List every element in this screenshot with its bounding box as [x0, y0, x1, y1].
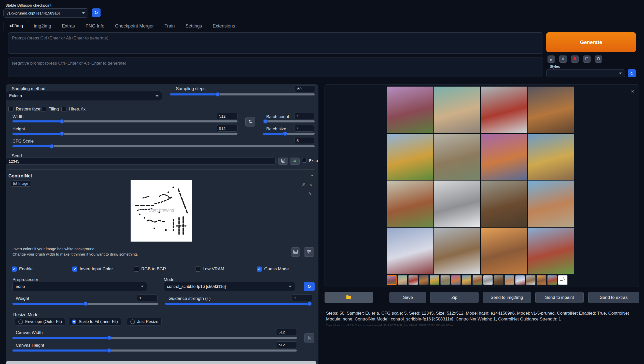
radio-circle[interactable]	[130, 319, 135, 324]
checkbox-box[interactable]	[12, 267, 17, 272]
save-button[interactable]: Save	[389, 292, 426, 303]
controlnet-model-refresh-button[interactable]: ↻	[304, 282, 315, 291]
restore-faces-checkbox[interactable]: Restore faces	[8, 107, 43, 112]
tab-checkpoint-merger[interactable]: Checkpoint Merger	[110, 21, 159, 31]
send-to-inpaint-button[interactable]: Send to inpaint	[535, 292, 584, 303]
controlnet-enable-checkbox[interactable]: Enable	[12, 267, 33, 272]
sampling-steps-slider[interactable]	[170, 93, 315, 95]
canvas-height-slider[interactable]	[12, 349, 297, 352]
gallery-thumbnail[interactable]	[537, 275, 546, 285]
controlnet-weight-input[interactable]	[137, 295, 158, 301]
cfg-scale-input[interactable]	[294, 137, 314, 144]
generate-button[interactable]: Generate	[546, 32, 636, 52]
tab-txt2img[interactable]: txt2img	[4, 21, 28, 31]
tab-extras[interactable]: Extras	[57, 21, 80, 31]
send-to-img2img-button[interactable]: Send to img2img	[483, 292, 531, 303]
gallery-thumbnail[interactable]	[451, 275, 461, 285]
new-canvas-button[interactable]	[291, 247, 300, 257]
gallery-thumbnail[interactable]	[408, 275, 418, 285]
canvas-width-slider[interactable]	[12, 337, 297, 339]
tab-settings[interactable]: Settings	[181, 21, 207, 31]
canvas-brush-button[interactable]: ✎	[307, 190, 313, 197]
gallery-thumbnail-controlnet-map[interactable]	[558, 275, 568, 285]
swap-canvas-dims-button[interactable]: ⇅	[304, 333, 314, 343]
hires-fix-checkbox[interactable]: Hires. fix	[61, 107, 86, 112]
tab-extensions[interactable]: Extensions	[208, 21, 240, 31]
gallery-image[interactable]	[434, 228, 481, 274]
width-input[interactable]	[217, 113, 237, 119]
controlnet-low-vram-checkbox[interactable]: Low VRAM	[195, 267, 224, 272]
slider-handle[interactable]	[216, 92, 220, 97]
controlnet-rgb-bgr-checkbox[interactable]: RGB to BGR	[134, 267, 166, 272]
checkpoint-refresh-button[interactable]: ↻	[92, 8, 101, 17]
gallery-image[interactable]	[387, 134, 433, 180]
controlnet-weight-slider[interactable]	[12, 303, 158, 305]
batch-count-slider[interactable]	[263, 120, 315, 122]
gallery-thumbnail[interactable]	[494, 275, 503, 285]
gallery-thumbnail[interactable]	[505, 275, 514, 285]
brush-settings-button[interactable]	[304, 247, 314, 257]
slider-handle[interactable]	[60, 119, 64, 124]
random-seed-button[interactable]	[278, 158, 288, 165]
gallery-image[interactable]	[481, 180, 527, 227]
next-section-scrollbar[interactable]	[6, 361, 316, 364]
slider-handle[interactable]	[83, 302, 88, 306]
slider-handle[interactable]	[50, 144, 54, 149]
swap-width-height-button[interactable]: ⇅	[245, 117, 255, 127]
gallery-thumbnail[interactable]	[387, 275, 397, 285]
height-slider[interactable]	[12, 133, 237, 135]
slider-handle[interactable]	[283, 132, 287, 136]
prompt-input[interactable]	[8, 32, 543, 54]
radio-circle[interactable]	[72, 319, 76, 324]
gallery-image[interactable]	[434, 180, 481, 227]
controlnet-drawing-canvas[interactable]: Start drawing	[131, 180, 192, 242]
slider-handle[interactable]	[263, 119, 268, 124]
gallery-thumbnail[interactable]	[419, 275, 429, 285]
gallery-image[interactable]	[528, 87, 575, 133]
radio-circle[interactable]	[18, 319, 23, 324]
gallery-image[interactable]	[387, 228, 433, 274]
send-to-extras-button[interactable]: Send to extras	[588, 292, 639, 303]
checkbox-box[interactable]	[257, 267, 262, 272]
clear-styles-button[interactable]	[571, 55, 579, 63]
gallery-thumbnail[interactable]	[515, 275, 525, 285]
gallery-thumbnail[interactable]	[462, 275, 471, 285]
slider-handle[interactable]	[307, 302, 312, 306]
controlnet-invert-checkbox[interactable]: Invert Input Color	[72, 267, 113, 272]
checkbox-box[interactable]	[302, 158, 307, 163]
batch-size-slider[interactable]	[263, 133, 315, 135]
height-input[interactable]	[217, 125, 237, 132]
controlnet-guess-mode-checkbox[interactable]: Guess Mode	[257, 267, 289, 272]
checkbox-box[interactable]	[61, 107, 66, 112]
save-style-button[interactable]	[583, 55, 591, 63]
checkbox-box[interactable]	[72, 267, 77, 272]
batch-count-input[interactable]	[294, 113, 314, 119]
controlnet-model-dropdown[interactable]: control_scribble-fp16 [c508311e]	[164, 282, 295, 291]
gallery-image[interactable]	[481, 134, 527, 180]
gallery-thumbnail[interactable]	[472, 275, 482, 285]
checkbox-box[interactable]	[41, 107, 46, 112]
seed-input[interactable]	[6, 158, 276, 165]
styles-dropdown[interactable]	[546, 69, 625, 77]
canvas-height-input[interactable]	[276, 341, 297, 348]
slider-handle[interactable]	[60, 132, 64, 136]
open-folder-button[interactable]	[325, 292, 373, 303]
negative-prompt-input[interactable]	[8, 58, 543, 77]
preprocessor-dropdown[interactable]: none	[12, 282, 147, 291]
styles-refresh-button[interactable]: ↻	[628, 69, 636, 77]
zip-button[interactable]: Zip	[430, 292, 479, 303]
checkpoint-dropdown[interactable]: v1-5-pruned.ckpt [e1441589a6]	[3, 8, 88, 18]
controlnet-title[interactable]: ControlNet	[8, 173, 32, 179]
gallery-thumbnail[interactable]	[440, 275, 450, 285]
gallery-image[interactable]	[387, 87, 433, 133]
gallery-image[interactable]	[481, 87, 527, 133]
gallery-image[interactable]	[528, 180, 575, 227]
clear-prompt-button[interactable]	[559, 55, 567, 63]
gallery-thumbnail[interactable]	[430, 275, 439, 285]
gallery-image[interactable]	[434, 87, 481, 133]
resize-mode-scale-to-fit[interactable]: Scale to Fit (Inner Fit)	[68, 318, 121, 326]
gallery-thumbnail[interactable]	[398, 275, 407, 285]
controlnet-image-tab[interactable]: Image	[11, 180, 31, 187]
checkbox-box[interactable]	[8, 107, 13, 112]
paste-params-button[interactable]: ↙	[548, 55, 555, 63]
